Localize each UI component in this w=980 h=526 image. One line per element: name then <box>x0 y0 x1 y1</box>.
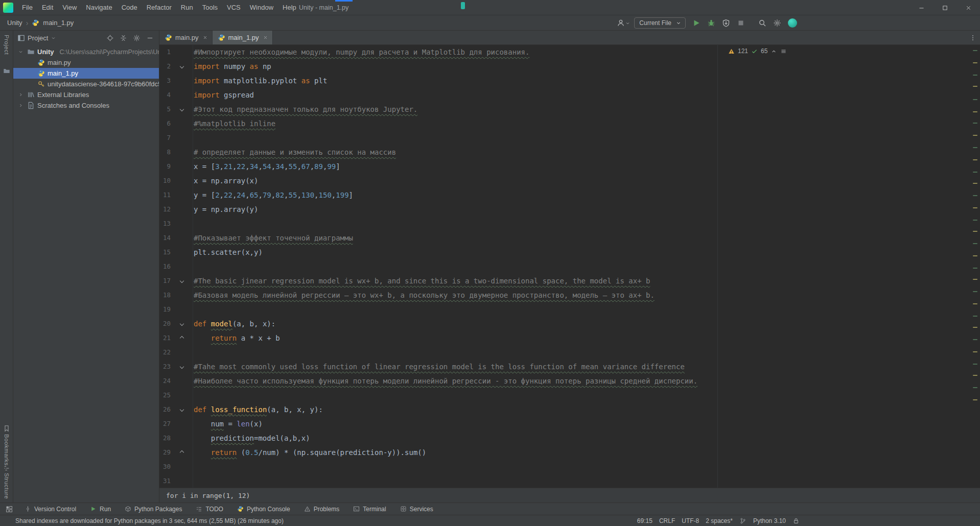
branch-icon[interactable] <box>739 517 746 524</box>
chevron-down-icon[interactable] <box>51 35 56 41</box>
bookmark-icon[interactable] <box>3 425 10 432</box>
editor-line[interactable]: 19 <box>159 302 980 317</box>
toolwindow-run[interactable]: Run <box>90 506 111 513</box>
chevron-right-icon[interactable] <box>16 102 25 110</box>
chevron-down-icon[interactable] <box>16 48 25 56</box>
toolwindow-problems[interactable]: Problems <box>304 506 340 513</box>
tree-item-scratches-and-consoles[interactable]: Scratches and Consoles <box>13 100 159 111</box>
stop-button[interactable] <box>735 17 747 29</box>
error-stripe[interactable] <box>972 48 978 426</box>
toolwindow-services[interactable]: Services <box>400 506 433 513</box>
fold-marker[interactable] <box>171 402 193 417</box>
search-everywhere-button[interactable] <box>756 17 768 29</box>
editor-line[interactable]: 2import numpy as np <box>159 59 980 74</box>
editor-line[interactable]: 7 <box>159 131 980 145</box>
settings-button[interactable] <box>771 17 783 29</box>
menu-help[interactable]: Help <box>278 0 301 15</box>
editor-line[interactable]: 16 <box>159 259 980 274</box>
project-panel-title[interactable]: Project <box>28 34 48 42</box>
editor-line[interactable]: 9x = [3,21,22,34,54,34,55,67,89,99] <box>159 159 980 174</box>
coverage-button[interactable] <box>720 17 732 29</box>
editor-line[interactable]: 8# определяет данные и изменить список н… <box>159 145 980 159</box>
tab-main-py[interactable]: main.py <box>159 31 213 44</box>
menu-tools[interactable]: Tools <box>198 0 222 15</box>
menu-window[interactable]: Window <box>245 0 278 15</box>
line-separator[interactable]: CRLF <box>659 517 675 524</box>
tree-item-main-py[interactable]: main.py <box>13 57 159 68</box>
hide-panel-icon[interactable] <box>146 34 154 42</box>
editor-line[interactable]: 23#Tahe most commonly used loss function… <box>159 360 980 374</box>
inspections-menu-icon[interactable] <box>780 48 787 55</box>
editor-line[interactable]: 25 <box>159 388 980 402</box>
toolwindow-python-packages[interactable]: Python Packages <box>125 506 182 513</box>
toolwindow-switcher-icon[interactable] <box>5 505 13 513</box>
close-tab-icon[interactable] <box>202 34 208 41</box>
menu-refactor[interactable]: Refactor <box>142 0 176 15</box>
editor-line[interactable]: 31 <box>159 474 980 488</box>
fold-marker[interactable] <box>171 102 193 116</box>
editor-line[interactable]: 17#The basic jinear regression model is … <box>159 274 980 288</box>
debug-button[interactable] <box>705 17 717 29</box>
chevron-right-icon[interactable] <box>16 91 25 99</box>
previous-problem-icon[interactable] <box>771 48 777 55</box>
editor-line[interactable]: 11y = [2,22,24,65,79,82,55,130,150,199] <box>159 188 980 202</box>
editor-line[interactable]: 5#Этот код предназначен только для ноутб… <box>159 102 980 116</box>
project-tool-icon[interactable] <box>3 67 10 75</box>
editor-line[interactable]: 26def loss_function(a, b, x, y): <box>159 402 980 417</box>
fold-marker[interactable] <box>171 360 193 374</box>
menu-code[interactable]: Code <box>117 0 142 15</box>
menu-navigate[interactable]: Navigate <box>81 0 116 15</box>
indent-style[interactable]: 2 spaces* <box>706 517 733 524</box>
run-configuration-select[interactable]: Current File <box>634 17 686 29</box>
sidebar-item-project[interactable]: Project <box>4 35 10 55</box>
editor-line[interactable]: 14#Показывает эффект точечной диаграммы <box>159 231 980 245</box>
tab-list-icon[interactable] <box>966 31 980 44</box>
fold-marker[interactable] <box>171 59 193 74</box>
avatar[interactable] <box>788 18 797 28</box>
panel-settings-icon[interactable] <box>133 34 141 42</box>
menu-vcs[interactable]: VCS <box>222 0 245 15</box>
breadcrumb-project[interactable]: Unity <box>7 19 22 27</box>
code-editor[interactable]: 1#Импортирует необходимые модули, numpy … <box>159 45 980 488</box>
file-encoding[interactable]: UTF-8 <box>682 517 699 524</box>
menu-edit[interactable]: Edit <box>37 0 58 15</box>
fold-marker[interactable] <box>171 317 193 331</box>
editor-line[interactable]: 20def model(a, b, x): <box>159 317 980 331</box>
tree-item-external-libraries[interactable]: External Libraries <box>13 89 159 100</box>
toolwindow-terminal[interactable]: Terminal <box>353 506 386 513</box>
editor-line[interactable]: 28 prediction=model(a,b,x) <box>159 431 980 445</box>
close-button[interactable] <box>956 0 980 15</box>
toolwindow-version-control[interactable]: Version Control <box>25 506 76 513</box>
tab-main-1-py[interactable]: main_1.py <box>213 31 273 44</box>
maximize-button[interactable] <box>933 0 956 15</box>
editor-line[interactable]: 22 <box>159 345 980 360</box>
users-button[interactable] <box>617 17 629 29</box>
editor-line[interactable]: 27 num = len(x) <box>159 417 980 431</box>
editor-line[interactable]: 6#%matplotlib inline <box>159 116 980 131</box>
minimize-button[interactable] <box>909 0 933 15</box>
select-opened-file-icon[interactable] <box>106 34 114 42</box>
editor-line[interactable]: 18#Базовая модель линейной регрессии — э… <box>159 288 980 302</box>
lock-icon[interactable] <box>792 517 800 524</box>
editor-line[interactable]: 21 return a * x + b <box>159 331 980 345</box>
editor-line[interactable]: 4import gspread <box>159 88 980 102</box>
menu-view[interactable]: View <box>58 0 81 15</box>
toolwindow-todo[interactable]: TODO <box>196 506 223 513</box>
interpreter[interactable]: Python 3.10 <box>753 517 786 524</box>
inspections-widget[interactable]: 121 65 <box>728 47 787 55</box>
fold-marker[interactable] <box>171 331 193 345</box>
sidebar-item-bookmarks[interactable]: Bookmarks <box>4 434 10 466</box>
tree-item-main-1-py[interactable]: main_1.py <box>13 68 159 79</box>
editor-line[interactable]: 1#Импортирует необходимые модули, numpy … <box>159 45 980 59</box>
editor-line[interactable]: 12y = np.array(y) <box>159 202 980 217</box>
editor-line[interactable]: 15plt.scatter(x,y) <box>159 245 980 259</box>
structure-icon[interactable] <box>3 465 10 472</box>
fold-marker[interactable] <box>171 445 193 460</box>
menu-run[interactable]: Run <box>176 0 198 15</box>
breadcrumb-file[interactable]: main_1.py <box>43 19 74 27</box>
toolwindow-python-console[interactable]: Python Console <box>237 506 290 513</box>
run-button[interactable] <box>690 17 703 29</box>
collapse-all-icon[interactable] <box>120 34 127 42</box>
editor-line[interactable]: 3import matplotlib.pyplot as plt <box>159 74 980 88</box>
fold-marker[interactable] <box>171 274 193 288</box>
